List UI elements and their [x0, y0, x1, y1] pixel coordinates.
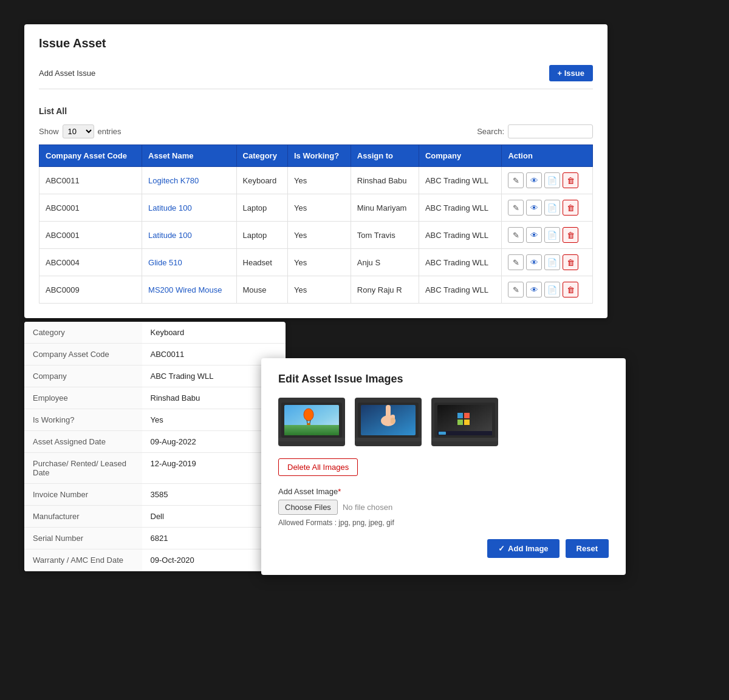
delete-button[interactable]: 🗑 [563, 254, 578, 270]
cell-action: ✎ 👁 📄 🗑 [502, 222, 593, 249]
add-issue-label: Add Asset Issue [39, 69, 95, 78]
choose-files-button[interactable]: Choose Files [278, 500, 338, 515]
reset-button[interactable]: Reset [566, 539, 609, 558]
detail-label: Warranty / AMC End Date [24, 549, 142, 571]
view-button[interactable]: 👁 [526, 282, 542, 297]
copy-button[interactable]: 📄 [544, 227, 560, 243]
detail-table: Category Keyboard Company Asset Code ABC… [24, 322, 286, 571]
asset-image-1 [278, 398, 345, 446]
entries-select[interactable]: 10 25 50 100 [63, 124, 94, 138]
detail-label: Serial Number [24, 528, 142, 549]
detail-label: Company Asset Code [24, 344, 142, 365]
detail-row: Warranty / AMC End Date 09-Oct-2020 [24, 549, 286, 571]
detail-row: Purchase/ Rented/ Leased Date 12-Aug-201… [24, 453, 286, 484]
svg-rect-18 [457, 413, 463, 418]
detail-label: Manufacturer [24, 506, 142, 528]
cell-category: Keyboard [236, 167, 287, 194]
cell-assign: Rony Raju R [351, 276, 419, 304]
col-name: Asset Name [142, 145, 236, 167]
copy-button[interactable]: 📄 [544, 282, 560, 297]
cell-company: ABC Trading WLL [419, 194, 502, 222]
svg-rect-7 [307, 423, 310, 425]
svg-rect-21 [464, 420, 470, 425]
modal-title: Edit Asset Issue Images [278, 373, 609, 386]
delete-all-images-button[interactable]: Delete All Images [278, 458, 358, 476]
file-input-row: Choose Files No file chosen [278, 500, 609, 515]
edit-button[interactable]: ✎ [508, 282, 524, 297]
detail-label: Company [24, 365, 142, 387]
cell-name: MS200 Wired Mouse [142, 276, 236, 304]
detail-row: Manufacturer Dell [24, 506, 286, 528]
add-issue-bar: Add Asset Issue + Issue [39, 60, 593, 89]
add-image-button[interactable]: ✓ Add Image [487, 539, 559, 558]
no-file-text: No file chosen [343, 503, 392, 512]
view-button[interactable]: 👁 [526, 227, 542, 243]
cell-assign: Anju S [351, 249, 419, 276]
cell-name: Logitech K780 [142, 167, 236, 194]
cell-assign: Minu Mariyam [351, 194, 419, 222]
cell-code: ABC0004 [39, 249, 142, 276]
edit-button[interactable]: ✎ [508, 172, 524, 188]
cell-action: ✎ 👁 📄 🗑 [502, 167, 593, 194]
delete-button[interactable]: 🗑 [563, 172, 578, 188]
view-button[interactable]: 👁 [526, 200, 542, 216]
svg-rect-23 [439, 432, 446, 435]
checkmark-icon: ✓ [498, 544, 505, 553]
table-row: ABC0009 MS200 Wired Mouse Mouse Yes Rony… [39, 276, 593, 304]
col-code: Company Asset Code [39, 145, 142, 167]
cell-working: Yes [287, 194, 351, 222]
col-working: Is Working? [287, 145, 351, 167]
detail-row: Serial Number 6821 [24, 528, 286, 549]
cell-category: Mouse [236, 276, 287, 304]
delete-button[interactable]: 🗑 [563, 282, 578, 297]
list-all-title: List All [39, 106, 593, 116]
search-bar: Search: [477, 124, 593, 138]
detail-row: Company Asset Code ABC0011 [24, 344, 286, 365]
detail-label: Purchase/ Rented/ Leased Date [24, 453, 142, 484]
detail-row: Is Working? Yes [24, 409, 286, 431]
main-card: Issue Asset Add Asset Issue + Issue List… [24, 24, 608, 318]
add-issue-button[interactable]: + Issue [549, 65, 593, 81]
cell-name: Glide 510 [142, 249, 236, 276]
detail-label: Employee [24, 387, 142, 409]
svg-rect-19 [464, 413, 470, 418]
detail-panel: Category Keyboard Company Asset Code ABC… [24, 322, 286, 571]
allowed-formats: Allowed Formats : jpg, png, jpeg, gif [278, 518, 609, 527]
copy-button[interactable]: 📄 [544, 172, 560, 188]
cell-code: ABC0011 [39, 167, 142, 194]
view-button[interactable]: 👁 [526, 254, 542, 270]
search-label: Search: [477, 127, 504, 136]
table-row: ABC0004 Glide 510 Headset Yes Anju S ABC… [39, 249, 593, 276]
svg-rect-2 [284, 425, 339, 435]
cell-action: ✎ 👁 📄 🗑 [502, 194, 593, 222]
svg-rect-8 [278, 438, 345, 441]
cell-company: ABC Trading WLL [419, 167, 502, 194]
copy-button[interactable]: 📄 [544, 200, 560, 216]
edit-button[interactable]: ✎ [508, 254, 524, 270]
cell-company: ABC Trading WLL [419, 222, 502, 249]
modal-footer: ✓ Add Image Reset [278, 539, 609, 558]
detail-row: Invoice Number 3585 [24, 484, 286, 506]
svg-rect-20 [457, 420, 463, 425]
detail-label: Asset Assigned Date [24, 431, 142, 453]
cell-category: Headset [236, 249, 287, 276]
cell-category: Laptop [236, 194, 287, 222]
view-button[interactable]: 👁 [526, 172, 542, 188]
edit-button[interactable]: ✎ [508, 200, 524, 216]
edit-button[interactable]: ✎ [508, 227, 524, 243]
search-input[interactable] [508, 124, 593, 138]
delete-button[interactable]: 🗑 [563, 200, 578, 216]
svg-rect-15 [355, 438, 422, 441]
copy-button[interactable]: 📄 [544, 254, 560, 270]
delete-button[interactable]: 🗑 [563, 227, 578, 243]
entries-label: entries [98, 127, 122, 136]
page-title: Issue Asset [39, 36, 593, 50]
detail-row: Asset Assigned Date 09-Aug-2022 [24, 431, 286, 453]
cell-code: ABC0009 [39, 276, 142, 304]
col-action: Action [502, 145, 593, 167]
cell-assign: Tom Travis [351, 222, 419, 249]
cell-name: Latitude 100 [142, 222, 236, 249]
table-row: ABC0011 Logitech K780 Keyboard Yes Rinsh… [39, 167, 593, 194]
cell-action: ✎ 👁 📄 🗑 [502, 276, 593, 304]
col-assign: Assign to [351, 145, 419, 167]
